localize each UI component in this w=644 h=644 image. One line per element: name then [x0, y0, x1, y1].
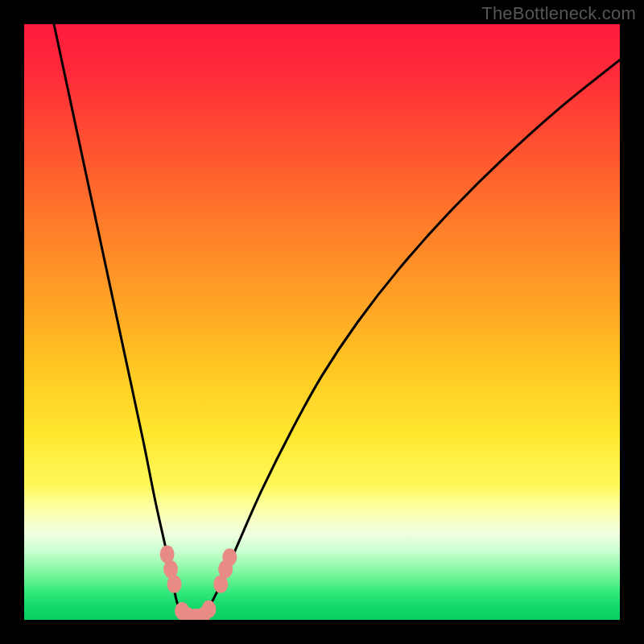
bottleneck-chart: [24, 24, 620, 620]
marker-point: [160, 546, 175, 564]
marker-point: [163, 560, 178, 578]
marker-point: [201, 601, 216, 618]
watermark-text: TheBottleneck.com: [481, 3, 636, 24]
outer-frame: TheBottleneck.com: [0, 0, 644, 644]
plot-area: [24, 24, 620, 620]
gradient-background: [24, 24, 620, 620]
marker-point: [222, 548, 237, 566]
marker-point: [167, 576, 181, 593]
